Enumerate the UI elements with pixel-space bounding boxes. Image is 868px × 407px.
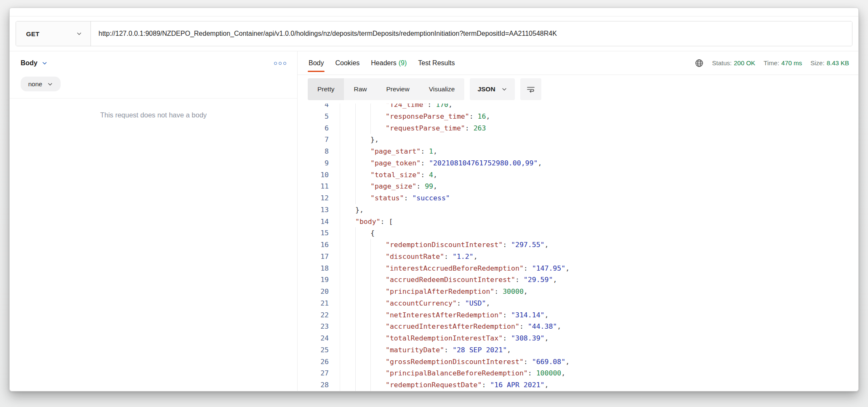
code-line: 6"requestParse_time": 263 (298, 122, 858, 134)
code-line: 22"netInterestAfterRedemption": "314.14"… (298, 309, 858, 321)
code-line: 25"maturityDate": "28 SEP 2021", (298, 344, 858, 356)
response-tabs-row: Body Cookies Headers(9) Test Results Sta… (298, 51, 858, 75)
code-lines: 4"T24_time": 170,5"responseParse_time": … (298, 104, 858, 391)
app-background: GET Body none (0, 0, 868, 407)
request-body-section-label: Body (21, 59, 37, 67)
code-line: 28"redemptionRequestDate": "16 APR 2021"… (298, 379, 858, 391)
language-selected: JSON (477, 85, 495, 93)
method-label: GET (26, 30, 40, 37)
url-box: GET (16, 21, 852, 46)
code-line: 13}, (298, 204, 858, 216)
code-line: 27"principalBalanceBeforeRedemption": 10… (298, 367, 858, 379)
headers-count-badge: (9) (399, 59, 407, 67)
window-top-strip (10, 8, 858, 16)
code-line: 9"page_token": "202108104761752980.00,99… (298, 157, 858, 169)
request-body-pane: Body none This request does not have a b… (10, 51, 298, 391)
wrap-text-icon (526, 84, 536, 94)
more-options-icon[interactable] (274, 62, 286, 65)
code-line: 14"body": [ (298, 216, 858, 228)
code-line: 18"interestAccruedBeforeRedemption": "14… (298, 263, 858, 274)
code-line: 24"totalRedemptionInterestTax": "308.39"… (298, 333, 858, 344)
code-line: 17"discountRate": "1.2", (298, 251, 858, 263)
tab-cookies[interactable]: Cookies (335, 51, 359, 74)
code-line: 23"accruedInterestAfterRedemption": "44.… (298, 321, 858, 333)
code-line: 19"accruedRedeemDiscountInterest": "29.5… (298, 274, 858, 286)
chevron-down-icon[interactable] (42, 60, 48, 66)
status-badge: Status:200 OK (712, 59, 756, 67)
response-view-toolbar: Pretty Raw Preview Visualize JSON (298, 75, 858, 104)
view-pretty[interactable]: Pretty (308, 78, 344, 100)
code-line: 5"responseParse_time": 16, (298, 111, 858, 122)
code-line: 8"page_start": 1, (298, 146, 858, 157)
view-preview[interactable]: Preview (377, 78, 419, 100)
tab-test-results[interactable]: Test Results (418, 51, 455, 74)
chevron-down-icon (47, 81, 53, 87)
body-type-dropdown[interactable]: none (21, 77, 61, 91)
tab-headers[interactable]: Headers(9) (371, 51, 407, 74)
size-badge: Size:8.43 KB (810, 59, 849, 67)
chevron-down-icon (501, 86, 507, 92)
view-raw[interactable]: Raw (344, 78, 376, 100)
response-tabs: Body Cookies Headers(9) Test Results (309, 51, 455, 74)
body-type-row: none (10, 75, 297, 98)
view-visualize[interactable]: Visualize (419, 78, 465, 100)
code-line: 20"principalAfterRedemption": 30000, (298, 286, 858, 298)
code-line: 7}, (298, 134, 858, 146)
request-body-header: Body (10, 51, 297, 75)
response-body-code[interactable]: 4"T24_time": 170,5"responseParse_time": … (298, 104, 858, 391)
main-panes: Body none This request does not have a b… (10, 51, 858, 391)
tab-response-body[interactable]: Body (309, 51, 324, 74)
code-line: 12"status": "success" (298, 192, 858, 204)
code-line: 21"accountCurrency": "USD", (298, 298, 858, 309)
response-pane: Body Cookies Headers(9) Test Results Sta… (298, 51, 858, 391)
code-line: 15{ (298, 227, 858, 239)
request-url-row: GET (10, 16, 858, 51)
code-line: 11"page_size": 99, (298, 181, 858, 192)
code-line: 26"grossRedemptionDiscountInterest": "66… (298, 356, 858, 368)
network-globe-icon[interactable] (695, 59, 704, 68)
body-type-selected: none (28, 80, 42, 88)
time-badge: Time:470 ms (764, 59, 802, 67)
method-dropdown[interactable]: GET (16, 21, 91, 46)
chevron-down-icon (76, 31, 82, 37)
empty-body-message: This request does not have a body (10, 111, 297, 119)
url-input[interactable] (91, 21, 852, 46)
code-line: 4"T24_time": 170, (298, 104, 858, 111)
app-window: GET Body none (9, 8, 859, 391)
view-mode-group: Pretty Raw Preview Visualize (308, 78, 464, 100)
response-meta: Status:200 OK Time:470 ms Size:8.43 KB (695, 59, 849, 68)
wrap-text-button[interactable] (520, 78, 541, 100)
code-line: 16"redemptionDiscountInterest": "297.55"… (298, 239, 858, 251)
language-dropdown[interactable]: JSON (470, 78, 514, 100)
code-line: 10"total_size": 4, (298, 169, 858, 181)
